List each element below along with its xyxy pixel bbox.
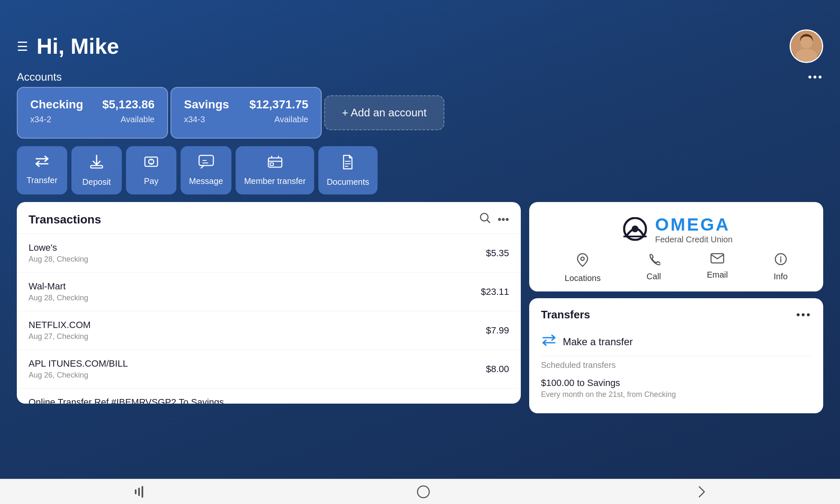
trans-name: APL ITUNES.COM/BILL (29, 358, 128, 369)
make-transfer-label: Make a transfer (563, 336, 633, 348)
accounts-more-button[interactable]: ••• (808, 71, 823, 84)
trans-name: NETFLIX.COM (29, 320, 91, 331)
table-row[interactable]: Lowe's Aug 28, Checking $5.35 (17, 234, 521, 273)
pay-icon (143, 154, 159, 173)
transfer-button[interactable]: Transfer (17, 146, 67, 194)
savings-account-card[interactable]: Savings $12,371.75 x34-3 Available (171, 87, 322, 139)
cu-logo: OMEGA Federal Credit Union (620, 215, 733, 244)
transaction-list: Lowe's Aug 28, Checking $5.35 Wal-Mart A… (17, 234, 521, 404)
nav-home-button[interactable] (400, 481, 447, 503)
transactions-title: Transactions (29, 213, 101, 226)
savings-name: Savings (184, 98, 229, 111)
table-row[interactable]: NETFLIX.COM Aug 27, Checking $7.99 (17, 311, 521, 350)
transactions-actions: ••• (479, 212, 509, 227)
cu-logo-text: OMEGA Federal Credit Union (655, 215, 733, 244)
email-label: Email (707, 270, 728, 280)
list-item: $100.00 to Savings Every month on the 21… (541, 373, 811, 403)
nav-back-button[interactable] (117, 482, 166, 502)
transfers-title: Transfers (541, 308, 590, 321)
make-transfer-button[interactable]: Make a transfer (541, 328, 811, 356)
email-button[interactable]: Email (707, 253, 728, 283)
locations-button[interactable]: Locations (565, 253, 601, 283)
trans-date: Aug 28, Checking (29, 255, 88, 264)
menu-icon[interactable]: ☰ (17, 39, 28, 54)
scheduled-detail: Every month on the 21st, from Checking (541, 390, 811, 399)
cu-name-sub: Federal Credit Union (655, 235, 733, 244)
main-container: ☰ Hi, Mike Accounts ••• Checking $5,123.… (0, 21, 840, 479)
svg-point-19 (581, 257, 584, 260)
svg-point-25 (417, 486, 429, 498)
scheduled-amount: $100.00 to Savings (541, 378, 811, 388)
transfer-label: Transfer (26, 176, 58, 185)
trans-date: Aug 28, Checking (29, 294, 88, 302)
credit-union-card: OMEGA Federal Credit Union Loca (529, 202, 823, 291)
checking-available: Available (121, 115, 155, 124)
checking-account-card[interactable]: Checking $5,123.86 x34-2 Available (17, 87, 168, 139)
table-row[interactable]: APL ITUNES.COM/BILL Aug 26, Checking $8.… (17, 350, 521, 388)
cu-actions: Locations Call (542, 253, 811, 283)
trans-date: Aug 26, Checking (29, 371, 128, 380)
svg-rect-24 (142, 486, 143, 498)
avatar[interactable] (790, 29, 823, 63)
trans-amount: $5.35 (486, 248, 509, 259)
scheduled-transfers-label: Scheduled transfers (541, 356, 811, 373)
accounts-label: Accounts (17, 71, 62, 84)
message-button[interactable]: Message (181, 146, 231, 194)
svg-rect-22 (135, 489, 136, 494)
pay-label: Pay (144, 176, 158, 186)
transactions-header: Transactions ••• (17, 202, 521, 234)
documents-label: Documents (327, 177, 369, 187)
phone-icon (648, 253, 660, 268)
call-label: Call (646, 272, 661, 281)
trans-name: Lowe's (29, 242, 88, 253)
trans-date: Aug 27, Checking (29, 332, 91, 341)
trans-amount: $100.00 (475, 402, 509, 404)
trans-amount: $7.99 (486, 325, 509, 336)
search-button[interactable] (479, 212, 491, 227)
info-button[interactable]: Info (774, 253, 788, 283)
checking-number: x34-2 (30, 115, 51, 124)
trans-name: Online Transfer Ref #IBEMRVSGP2 To Savin… (29, 397, 224, 404)
table-row[interactable]: Online Transfer Ref #IBEMRVSGP2 To Savin… (17, 388, 521, 404)
cu-logo-area: OMEGA Federal Credit Union (542, 215, 811, 244)
svg-rect-11 (145, 157, 158, 166)
trans-amount: $23.11 (481, 286, 509, 297)
transfer-icon (34, 154, 50, 172)
bottom-nav (0, 479, 840, 504)
right-panel: OMEGA Federal Credit Union Loca (529, 202, 823, 404)
locations-label: Locations (565, 273, 601, 283)
deposit-icon (89, 154, 104, 174)
documents-button[interactable]: Documents (318, 146, 378, 194)
email-icon (710, 253, 724, 267)
svg-rect-10 (91, 165, 102, 168)
header: ☰ Hi, Mike (13, 21, 827, 67)
table-row[interactable]: Wal-Mart Aug 28, Checking $23.11 (17, 273, 521, 311)
call-button[interactable]: Call (646, 253, 661, 283)
nav-forward-button[interactable] (681, 481, 723, 503)
add-account-button[interactable]: + Add an account (324, 95, 444, 130)
location-pin-icon (576, 253, 589, 270)
info-icon (774, 253, 787, 268)
savings-amount: $12,371.75 (249, 98, 308, 111)
member-transfer-icon (267, 154, 284, 173)
message-icon (198, 154, 215, 173)
member-transfer-button[interactable]: Member transfer (236, 146, 314, 194)
deposit-button[interactable]: Deposit (71, 146, 122, 194)
accounts-row: Checking $5,123.86 x34-2 Available Savin… (13, 87, 827, 139)
transactions-more-button[interactable]: ••• (498, 213, 509, 226)
savings-number: x34-3 (184, 115, 205, 124)
transactions-panel: Transactions ••• Lowe's Aug 28, Chec (17, 202, 521, 404)
greeting: Hi, Mike (28, 34, 790, 59)
transfers-card: Transfers ••• Make a transfer Schedul (529, 298, 823, 413)
member-transfer-label: Member transfer (244, 176, 306, 186)
documents-icon (341, 154, 354, 174)
checking-name: Checking (30, 98, 83, 111)
quick-actions: Transfer Deposit Pay (13, 139, 827, 202)
pay-button[interactable]: Pay (126, 146, 176, 194)
content-area: Transactions ••• Lowe's Aug 28, Chec (13, 202, 827, 404)
transfer-arrows-icon (541, 333, 557, 351)
cu-name-omega: OMEGA (655, 215, 733, 235)
transfers-more-button[interactable]: ••• (796, 308, 811, 321)
accounts-section-header: Accounts ••• (13, 67, 827, 87)
deposit-label: Deposit (82, 177, 111, 187)
